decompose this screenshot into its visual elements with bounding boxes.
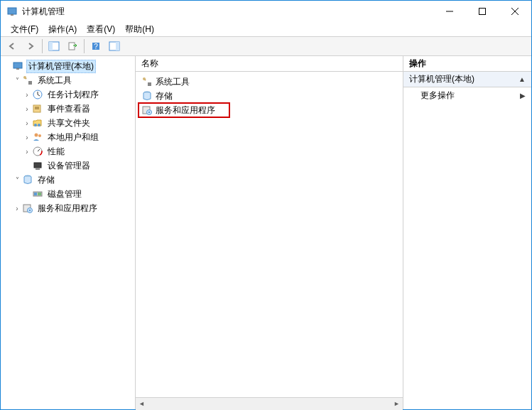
tree-pane: 计算机管理(本地) ˅ 系统工具 › 任务计划程序 › 事件查看器 › 共享文件 (1, 56, 136, 409)
show-hide-action-button[interactable] (106, 38, 123, 54)
titlebar: 计算机管理 (1, 1, 531, 22)
tree-label: 设备管理器 (46, 160, 92, 172)
list-item-system-tools[interactable]: 系统工具 (139, 75, 400, 89)
expand-icon[interactable]: › (22, 134, 32, 141)
expand-icon[interactable]: › (22, 119, 32, 127)
svg-rect-12 (116, 42, 119, 50)
toolbar: ? (1, 36, 531, 56)
svg-point-23 (35, 134, 38, 137)
svg-rect-27 (34, 163, 41, 168)
tree-label: 本地用户和组 (46, 131, 100, 144)
tree-label: 磁盘管理 (46, 188, 83, 200)
tree-storage[interactable]: ˅ 存储 (2, 173, 134, 187)
svg-rect-28 (36, 168, 40, 170)
svg-rect-14 (16, 68, 19, 70)
actions-more[interactable]: 更多操作 ▶ (403, 87, 531, 103)
device-icon (32, 160, 43, 171)
tree-label: 共享文件夹 (46, 117, 92, 129)
menu-view[interactable]: 查看(V) (82, 22, 119, 37)
list-item-storage[interactable]: 存储 (139, 89, 400, 103)
actions-pane: 操作 计算机管理(本地) ▲ 更多操作 ▶ (403, 56, 531, 409)
svg-rect-1 (11, 14, 13, 16)
svg-point-15 (23, 76, 26, 79)
help-button[interactable]: ? (87, 38, 104, 54)
menu-help[interactable]: 帮助(H) (121, 22, 158, 37)
tree-event-viewer[interactable]: › 事件查看器 (2, 102, 134, 116)
tree-label: 存储 (36, 174, 56, 186)
submenu-icon: ▶ (520, 92, 526, 99)
svg-point-41 (148, 112, 150, 113)
list-body: 系统工具 存储 服务和应用程序 (136, 72, 403, 397)
svg-point-35 (29, 210, 31, 211)
svg-point-24 (38, 134, 41, 137)
services-icon (141, 104, 153, 116)
svg-rect-16 (28, 81, 32, 85)
export-button[interactable] (64, 38, 81, 54)
svg-rect-32 (38, 193, 41, 195)
shared-folder-icon (32, 117, 43, 129)
actions-section-label: 计算机管理(本地) (409, 73, 519, 85)
expand-icon[interactable]: › (22, 148, 32, 156)
tree-performance[interactable]: › 性能 (2, 144, 134, 158)
services-icon (22, 203, 33, 214)
toolbar-separator (42, 39, 43, 53)
tools-icon (22, 75, 33, 86)
tree-local-users[interactable]: › 本地用户和组 (2, 130, 134, 144)
show-hide-tree-button[interactable] (45, 38, 63, 54)
menu-file[interactable]: 文件(F) (6, 22, 43, 37)
tree-label: 系统工具 (36, 75, 73, 87)
svg-rect-31 (34, 193, 37, 195)
scroll-left-button[interactable]: ◄ (136, 398, 148, 410)
tools-icon (141, 76, 153, 87)
tree-disk-management[interactable]: 磁盘管理 (2, 187, 134, 201)
svg-rect-8 (69, 43, 75, 50)
expand-icon[interactable]: › (12, 205, 22, 212)
actions-item-label: 更多操作 (420, 90, 520, 102)
svg-point-21 (34, 124, 37, 126)
tree-task-scheduler[interactable]: › 任务计划程序 (2, 87, 134, 102)
scroll-track[interactable] (148, 398, 391, 410)
column-header-name[interactable]: 名称 (141, 58, 158, 70)
svg-point-36 (143, 77, 146, 80)
svg-rect-0 (8, 8, 16, 14)
expand-icon[interactable]: ˅ (12, 176, 22, 184)
tree-label: 服务和应用程序 (36, 203, 99, 215)
collapse-icon: ▲ (519, 75, 526, 83)
svg-point-22 (38, 124, 40, 126)
tree-label: 计算机管理(本地) (26, 60, 96, 73)
list-item-services-apps[interactable]: 服务和应用程序 (139, 103, 229, 117)
forward-button[interactable] (22, 38, 39, 54)
tree-device-manager[interactable]: 设备管理器 (2, 158, 134, 173)
expand-icon[interactable]: ˅ (12, 77, 22, 85)
expand-icon[interactable]: › (22, 91, 32, 99)
tree-root[interactable]: 计算机管理(本地) (2, 59, 134, 73)
computer-icon (12, 60, 23, 72)
expand-icon[interactable]: › (22, 105, 32, 113)
list-header: 名称 (136, 56, 403, 72)
horizontal-scrollbar[interactable]: ◄ ► (136, 397, 403, 409)
tree-label: 性能 (46, 146, 66, 158)
scroll-right-button[interactable]: ► (391, 398, 403, 410)
list-item-label: 服务和应用程序 (156, 104, 215, 117)
tree-services-apps[interactable]: › 服务和应用程序 (2, 201, 134, 215)
body: 计算机管理(本地) ˅ 系统工具 › 任务计划程序 › 事件查看器 › 共享文件 (1, 56, 531, 409)
tree-label: 任务计划程序 (46, 89, 100, 101)
app-icon (6, 6, 18, 17)
actions-title: 操作 (403, 56, 531, 72)
performance-icon (32, 146, 43, 157)
list-item-label: 存储 (156, 90, 173, 102)
storage-icon (141, 90, 153, 102)
storage-icon (22, 174, 33, 185)
tree-system-tools[interactable]: ˅ 系统工具 (2, 73, 134, 87)
svg-text:?: ? (94, 43, 98, 50)
disk-icon (32, 188, 43, 200)
maximize-button[interactable] (466, 1, 499, 22)
menu-action[interactable]: 操作(A) (44, 22, 81, 37)
tree-shared-folders[interactable]: › 共享文件夹 (2, 116, 134, 130)
window-buttons (433, 1, 531, 22)
close-button[interactable] (499, 1, 531, 22)
back-button[interactable] (4, 38, 21, 54)
list-pane: 名称 系统工具 存储 服务和应用程序 ◄ ► (136, 56, 403, 409)
minimize-button[interactable] (433, 1, 466, 22)
actions-section-header[interactable]: 计算机管理(本地) ▲ (403, 72, 531, 87)
